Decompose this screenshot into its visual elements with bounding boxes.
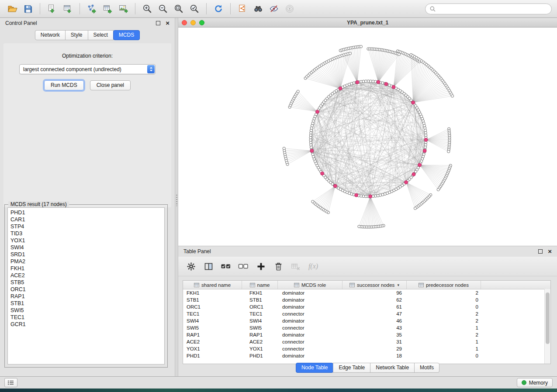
cell-mcds-role[interactable]: dominator [278, 318, 343, 323]
mcds-result-item[interactable]: RAP1 [8, 293, 164, 300]
mcds-result-item[interactable]: STB5 [8, 279, 164, 286]
cell-mcds-role[interactable]: dominator [278, 304, 343, 309]
zoom-in-button[interactable] [140, 2, 154, 15]
tab-select[interactable]: Select [88, 30, 114, 40]
table-tab-network-table[interactable]: Network Table [370, 363, 415, 373]
cell-name[interactable]: SWI5 [242, 325, 278, 330]
search-box[interactable] [425, 3, 552, 14]
mcds-result-item[interactable]: STB1 [8, 300, 164, 307]
column-header-mcds-role[interactable]: MCDS role [278, 281, 343, 289]
cell-name[interactable]: ORC1 [242, 304, 278, 309]
tab-mcds[interactable]: MCDS [113, 30, 140, 40]
cell-name[interactable]: RAP1 [242, 332, 278, 337]
tab-network[interactable]: Network [35, 30, 66, 40]
table-row[interactable]: SWI5SWI5connector431 [183, 324, 550, 331]
cell-successor-nodes[interactable]: 46 [343, 318, 407, 323]
cell-shared-name[interactable]: ACE2 [183, 339, 242, 344]
cell-mcds-role[interactable]: connector [278, 339, 343, 344]
mcds-result-item[interactable]: SWI4 [8, 244, 164, 251]
cell-name[interactable]: FKH1 [242, 290, 278, 296]
cell-name[interactable]: SWI4 [242, 318, 278, 323]
cell-mcds-role[interactable]: connector [278, 311, 343, 316]
cell-mcds-role[interactable]: connector [278, 346, 343, 351]
mcds-result-item[interactable]: PMA2 [8, 258, 164, 265]
cell-mcds-role[interactable]: connector [278, 325, 343, 330]
mcds-result-item[interactable]: TID3 [8, 230, 164, 237]
table-row[interactable]: YOX1YOX1connector291 [183, 345, 550, 352]
close-mcds-panel-button[interactable]: Close panel [90, 80, 131, 90]
mcds-result-item[interactable]: TEC1 [8, 314, 164, 321]
table-row[interactable]: STB1STB1dominator620 [183, 296, 550, 303]
cell-shared-name[interactable]: SWI5 [183, 325, 242, 330]
cell-shared-name[interactable]: SWI4 [183, 318, 242, 323]
cell-predecessor-nodes[interactable]: 0 [407, 304, 481, 309]
column-header-predecessor-nodes[interactable]: predecessor nodes [407, 281, 481, 289]
duplicate-network-button[interactable] [235, 2, 249, 15]
window-minimize-light[interactable] [190, 20, 196, 25]
table-scrollbar[interactable] [544, 289, 550, 364]
cell-predecessor-nodes[interactable]: 1 [407, 346, 481, 351]
import-table-button[interactable] [61, 2, 75, 15]
import-network-button[interactable] [45, 2, 59, 15]
mcds-result-item[interactable]: FKH1 [8, 265, 164, 272]
cell-predecessor-nodes[interactable]: 1 [407, 339, 481, 344]
export-network-button[interactable] [85, 2, 99, 15]
toggle-column-button[interactable] [203, 261, 214, 272]
cell-successor-nodes[interactable]: 96 [343, 290, 407, 296]
cell-shared-name[interactable]: FKH1 [183, 290, 242, 296]
column-header-shared-name[interactable]: shared name [183, 281, 242, 289]
deselect-all-rows-button[interactable] [238, 261, 249, 272]
cell-successor-nodes[interactable]: 18 [343, 353, 407, 358]
float-table-panel-icon[interactable] [538, 249, 543, 254]
cell-name[interactable]: STB1 [242, 297, 278, 303]
cell-successor-nodes[interactable]: 35 [343, 332, 407, 337]
close-panel-icon[interactable]: × [166, 21, 170, 25]
refresh-layout-button[interactable] [211, 2, 225, 15]
table-row[interactable]: ACE2ACE2connector311 [183, 338, 550, 345]
add-column-button[interactable] [255, 261, 266, 272]
cell-successor-nodes[interactable]: 43 [343, 325, 407, 330]
settings-gear-button[interactable] [185, 261, 197, 272]
memory-button[interactable]: Memory [517, 378, 553, 387]
cell-shared-name[interactable]: ORC1 [183, 304, 242, 309]
cell-mcds-role[interactable]: dominator [278, 290, 343, 296]
close-table-panel-icon[interactable]: × [548, 249, 552, 254]
mcds-result-item[interactable]: STP4 [8, 223, 164, 230]
cell-shared-name[interactable]: YOX1 [183, 346, 242, 351]
cell-successor-nodes[interactable]: 31 [343, 339, 407, 344]
export-image-button[interactable] [116, 2, 130, 15]
mcds-result-item[interactable]: SRD1 [8, 251, 164, 258]
cell-shared-name[interactable]: PHD1 [183, 353, 242, 358]
mcds-result-item[interactable]: CAR1 [8, 216, 164, 223]
column-header-name[interactable]: name [242, 281, 278, 289]
cell-name[interactable]: TEC1 [242, 311, 278, 316]
cell-name[interactable]: YOX1 [242, 346, 278, 351]
table-tab-node-table[interactable]: Node Table [296, 363, 334, 373]
table-row[interactable]: TEC1TEC1connector472 [183, 310, 550, 317]
show-all-button[interactable] [283, 2, 297, 15]
network-titlebar[interactable]: YPA_prune.txt_1 [178, 18, 557, 28]
delete-column-button[interactable] [273, 261, 284, 272]
network-nodes[interactable] [283, 45, 454, 228]
mcds-result-item[interactable]: ACE2 [8, 272, 164, 279]
cell-predecessor-nodes[interactable]: 2 [407, 311, 481, 316]
mcds-result-item[interactable]: GCR1 [8, 321, 164, 328]
cell-successor-nodes[interactable]: 29 [343, 346, 407, 351]
scrollbar-thumb[interactable] [546, 292, 550, 344]
cell-shared-name[interactable]: RAP1 [183, 332, 242, 337]
table-row[interactable]: ORC1ORC1dominator610 [183, 303, 550, 310]
cell-predecessor-nodes[interactable]: 0 [407, 353, 481, 358]
cell-mcds-role[interactable]: dominator [278, 332, 343, 337]
table-tab-edge-table[interactable]: Edge Table [333, 363, 370, 373]
network-canvas[interactable] [178, 28, 557, 246]
cell-shared-name[interactable]: STB1 [183, 297, 242, 303]
save-button[interactable] [21, 2, 35, 15]
zoom-out-button[interactable] [156, 2, 170, 15]
cell-predecessor-nodes[interactable]: 1 [407, 325, 481, 330]
cell-predecessor-nodes[interactable]: 0 [407, 297, 481, 303]
table-row[interactable]: PHD1PHD1dominator180 [183, 352, 550, 359]
cell-predecessor-nodes[interactable]: 2 [407, 318, 481, 323]
hide-selected-button[interactable] [267, 2, 281, 15]
cell-successor-nodes[interactable]: 61 [343, 304, 407, 309]
column-header-successor-nodes[interactable]: successor nodes▾ [343, 281, 407, 289]
